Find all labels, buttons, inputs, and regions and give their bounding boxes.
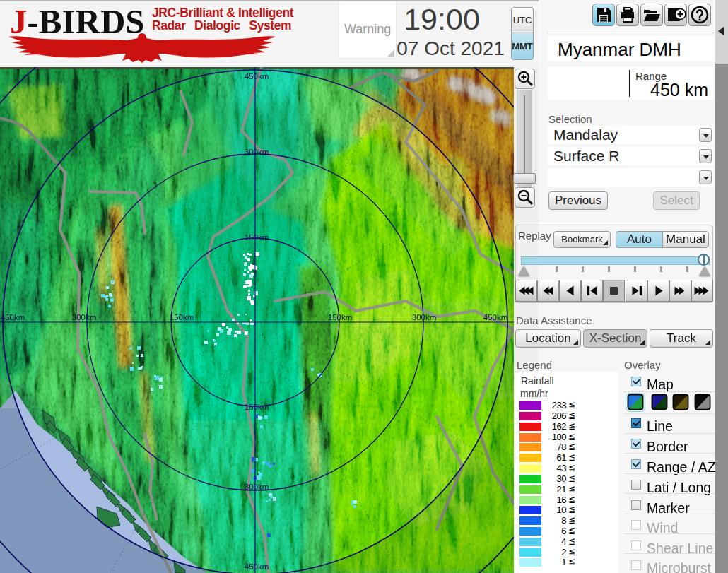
svg-text:450km: 450km <box>1 313 25 321</box>
svg-text:150km: 150km <box>328 313 353 321</box>
svg-text:450km: 450km <box>245 72 269 81</box>
svg-text:450km: 450km <box>245 562 269 571</box>
svg-text:150km: 150km <box>245 233 269 242</box>
svg-text:150km: 150km <box>170 313 194 321</box>
svg-text:450km: 450km <box>483 313 508 321</box>
svg-text:300km: 300km <box>72 313 97 321</box>
svg-text:150km: 150km <box>245 403 269 411</box>
svg-text:300km: 300km <box>245 483 269 491</box>
svg-text:300km: 300km <box>245 148 269 156</box>
svg-text:300km: 300km <box>412 313 437 321</box>
